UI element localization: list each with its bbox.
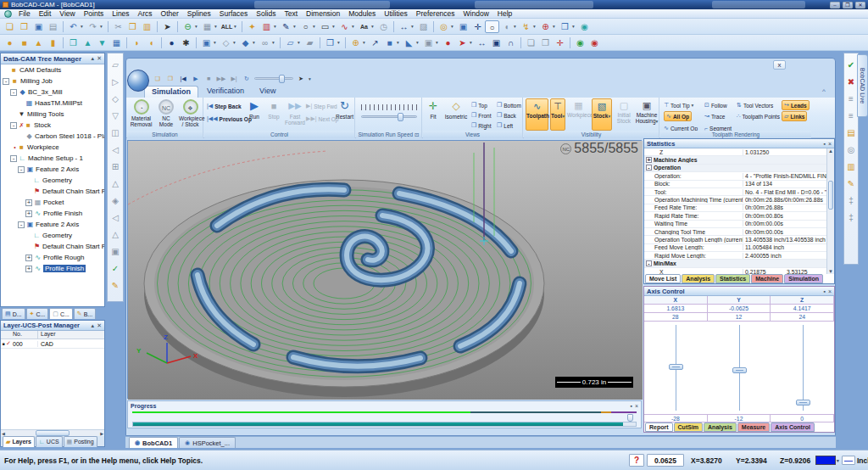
- primitive-star-icon[interactable]: ✱: [179, 36, 193, 49]
- close-panel-icon[interactable]: ×: [635, 403, 638, 409]
- view-cube-icon[interactable]: ❒: [558, 20, 572, 33]
- menu-text[interactable]: Text: [280, 9, 302, 18]
- tab-axis-control[interactable]: Axis Control: [771, 422, 815, 432]
- bobcad-live-tab[interactable]: BobCAD Live: [857, 54, 868, 117]
- stack-icon[interactable]: ❐: [323, 36, 337, 49]
- step-back-button[interactable]: |◀Step Back: [207, 101, 242, 111]
- dimension-linear-icon[interactable]: ↔: [397, 20, 411, 33]
- column-no[interactable]: No.: [1, 331, 38, 339]
- arc-tool-icon[interactable]: ∩: [504, 36, 518, 49]
- revolve-icon[interactable]: ◗: [130, 36, 144, 49]
- select-tri-icon[interactable]: △: [108, 227, 123, 243]
- maximize-button[interactable]: ❐: [843, 2, 853, 8]
- expand-toggle-icon[interactable]: -: [18, 221, 25, 228]
- check-solid-icon[interactable]: ◉: [573, 36, 587, 49]
- qat-stop-icon[interactable]: ■: [203, 74, 214, 84]
- pin-icon[interactable]: ▪: [823, 141, 825, 147]
- sweep-icon[interactable]: ◖: [144, 36, 159, 49]
- tree-item-profile-finish[interactable]: +∿Profile Finish: [1, 208, 104, 219]
- tab-ucs[interactable]: ∟UCS: [36, 436, 63, 447]
- sphere-icon[interactable]: ●: [3, 36, 17, 49]
- qat-fast-forward-icon[interactable]: ▶▶: [216, 74, 226, 84]
- stitch-b-icon[interactable]: ❐: [538, 36, 553, 49]
- tab-statistics[interactable]: Statistics: [715, 274, 750, 283]
- print-icon[interactable]: ▤: [46, 20, 60, 33]
- stat-category-row[interactable]: -Operation: [644, 165, 826, 172]
- rectangle-icon[interactable]: ▭: [318, 20, 332, 33]
- tool-visibility-button[interactable]: ⊤Tool▾: [550, 98, 565, 131]
- gold-stack-icon[interactable]: ▤: [844, 125, 859, 142]
- pin-icon[interactable]: ▴: [92, 55, 95, 62]
- expand-toggle-icon[interactable]: -: [646, 165, 652, 171]
- expand-toggle-icon[interactable]: +: [25, 255, 32, 261]
- dropdown-caret-icon[interactable]: ▾: [100, 24, 105, 29]
- slider-a-icon[interactable]: ‡: [844, 193, 859, 210]
- shell-icon[interactable]: ◆: [238, 36, 253, 49]
- menu-preferences[interactable]: Preferences: [412, 9, 459, 18]
- tree-item-workpiece[interactable]: •■Workpiece: [1, 142, 104, 153]
- stat-category-row[interactable]: +Machine Angles: [644, 156, 826, 164]
- scroll-down-icon[interactable]: ▼: [827, 269, 834, 274]
- stop-button[interactable]: ■Stop: [265, 98, 282, 131]
- view-front-button[interactable]: ❒Front: [471, 110, 491, 120]
- qat-run-icon[interactable]: ▶: [191, 74, 201, 84]
- initial-stock-button[interactable]: ▢Initial Stock: [614, 98, 634, 131]
- brush-gold-icon[interactable]: ✎: [844, 176, 859, 193]
- menu-window[interactable]: Window: [459, 9, 493, 18]
- axis-x-slider[interactable]: [669, 364, 683, 370]
- circle-icon[interactable]: ○: [298, 20, 313, 33]
- scroll-up-icon[interactable]: ▲: [828, 148, 833, 154]
- resize-icon[interactable]: ↔: [475, 36, 489, 49]
- vertical-scrollbar[interactable]: ▲ ▼: [826, 148, 834, 274]
- qat-restart-icon[interactable]: ↻: [242, 74, 252, 84]
- doc-tab-bobcad1[interactable]: ◉BobCAD1: [129, 437, 178, 448]
- line-style-selector[interactable]: [842, 456, 855, 465]
- tree-item-profile-finish-selected[interactable]: +∿Profile Finish: [1, 263, 104, 274]
- tree-item-stock[interactable]: -✗■Stock: [1, 120, 104, 131]
- dock-tab-cam[interactable]: ✦C...: [26, 308, 49, 319]
- column-layer[interactable]: Layer: [38, 331, 56, 339]
- sphere-shaded-icon[interactable]: ●: [164, 36, 179, 49]
- tab-cutsim[interactable]: CutSim: [674, 422, 704, 432]
- tree-item-post[interactable]: ▦HaasTM.MillPst: [1, 98, 104, 109]
- accept-check-icon[interactable]: ✔: [844, 57, 859, 74]
- all-op-button[interactable]: ∿All Op: [664, 111, 692, 121]
- tab-layers[interactable]: ▰Layers: [3, 436, 35, 447]
- stock-visibility-button[interactable]: ▧Stock▾: [592, 98, 612, 131]
- dropdown-caret-icon[interactable]: ▾: [337, 40, 342, 45]
- save-file-icon[interactable]: ▣: [31, 20, 46, 33]
- tab-measure[interactable]: Measure: [737, 422, 770, 432]
- expand-toggle-icon[interactable]: -: [10, 155, 17, 162]
- blank-entities-icon[interactable]: ⊖: [181, 20, 195, 33]
- expand-toggle-icon[interactable]: -: [10, 89, 17, 96]
- expand-toggle-icon[interactable]: +: [25, 210, 32, 217]
- accept-icon[interactable]: ✓: [108, 260, 123, 277]
- visibility-layers-icon[interactable]: ▦: [200, 20, 214, 33]
- tree-item-milling-tools[interactable]: ▼Milling Tools: [1, 109, 104, 120]
- close-panel-icon[interactable]: ✕: [97, 322, 102, 329]
- dropdown-caret-icon[interactable]: ▾: [608, 114, 610, 119]
- select-solid-icon[interactable]: ◈: [108, 193, 123, 210]
- dropdown-caret-icon[interactable]: ▾: [562, 114, 565, 119]
- visible-check-icon[interactable]: ✓: [6, 340, 13, 347]
- progress-slider-thumb[interactable]: [627, 414, 633, 422]
- toolpath-points-button[interactable]: ∴Toolpath Points: [737, 111, 780, 121]
- menu-file[interactable]: File: [14, 9, 35, 18]
- remove-errors-icon[interactable]: ◉: [587, 36, 602, 49]
- stitch-a-icon[interactable]: ❏: [524, 36, 538, 49]
- export-icon[interactable]: ❐: [165, 74, 175, 84]
- qat-overflow-icon[interactable]: ▾: [309, 76, 314, 81]
- run-button[interactable]: ▶Run: [245, 98, 264, 131]
- line-icon[interactable]: ✎: [279, 20, 293, 33]
- cylinder-icon[interactable]: ▮: [46, 36, 60, 49]
- work-plane-icon[interactable]: ▱: [283, 36, 298, 49]
- spline-icon[interactable]: ∿: [337, 20, 352, 33]
- tab-report[interactable]: Report: [645, 422, 673, 432]
- tab-machine[interactable]: Machine: [751, 274, 783, 283]
- menu-lines[interactable]: Lines: [108, 9, 133, 18]
- menu-view[interactable]: View: [55, 9, 79, 18]
- qat-next-op-icon[interactable]: ▶|: [229, 74, 239, 84]
- qat-pointer-icon[interactable]: ➤: [296, 74, 306, 84]
- move-list-icon[interactable]: ≡: [844, 91, 859, 108]
- expand-toggle-icon[interactable]: -: [10, 122, 17, 129]
